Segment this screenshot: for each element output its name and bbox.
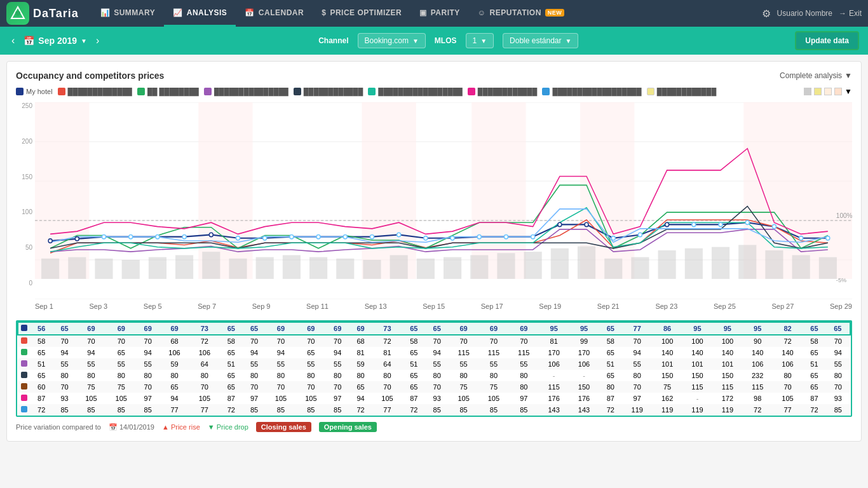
main-content: Occupancy and competitors prices Complet…	[6, 61, 862, 442]
exit-icon: →	[839, 9, 846, 18]
settings-icon[interactable]: ⚙	[762, 8, 771, 20]
nav-price-optimizer[interactable]: $ PRICE OPTIMIZER	[313, 0, 410, 27]
svg-rect-25	[283, 255, 301, 279]
y-label-0: 0	[29, 280, 32, 287]
legend-label-comp1: █████████████	[68, 88, 132, 95]
table-cell: 75	[76, 381, 106, 393]
svg-point-47	[75, 237, 79, 241]
table-cell: 115	[712, 381, 742, 393]
table-cell: 119	[712, 404, 742, 416]
date-display: 📅 Sep 2019 ▼	[24, 36, 87, 46]
table-cell: 80	[509, 381, 539, 393]
table-cell: 55	[622, 358, 652, 370]
svg-point-58	[290, 234, 294, 238]
legend-my-hotel: My hotel	[16, 88, 53, 95]
table-cell: 94	[266, 347, 295, 358]
sub-navigation: ‹ 📅 Sep 2019 ▼ › Channel Booking.com ▼ M…	[0, 27, 868, 55]
legend-color-comp7	[542, 88, 550, 95]
table-cell: 65	[30, 347, 53, 358]
nav-calendar[interactable]: 📅 CALENDAR	[236, 0, 313, 27]
table-cell: 70	[243, 335, 266, 347]
table-cell: 58	[220, 335, 243, 347]
table-row: 5155555555596451555555555964515555555510…	[18, 358, 850, 370]
table-cell: 75	[652, 381, 682, 393]
next-month-button[interactable]: ›	[93, 32, 102, 49]
table-cell: 77	[773, 404, 803, 416]
table-cell: 97	[509, 393, 539, 404]
table-cell: 70	[449, 335, 478, 347]
table-cell: 69	[106, 322, 136, 335]
x-label-sep1: Sep 1	[35, 302, 53, 310]
table-cell: 70	[296, 335, 326, 347]
table-cell: 85	[296, 404, 326, 416]
room-type-dropdown[interactable]: Doble estándar ▼	[503, 33, 578, 48]
table-cell: 87	[402, 393, 425, 404]
x-label-sep23: Sep 23	[655, 302, 677, 310]
logo[interactable]: DaTaria	[6, 2, 79, 25]
table-cell: 60	[30, 381, 53, 393]
table-cell: 65	[220, 322, 243, 335]
table-cell: 55	[326, 358, 349, 370]
table-cell: 93	[426, 393, 449, 404]
table-cell: 87	[220, 393, 243, 404]
row-color-cell	[18, 404, 30, 416]
table-cell: 94	[243, 347, 266, 358]
data-table: 5665696969697365656969696973656569696995…	[16, 320, 852, 417]
table-row: 5665696969697365656969696973656569696995…	[18, 322, 850, 335]
table-cell: 93	[53, 393, 76, 404]
svg-rect-26	[309, 257, 327, 279]
svg-point-50	[585, 222, 588, 226]
table-cell: 64	[189, 358, 219, 370]
mlos-value: 1	[473, 36, 477, 45]
table-cell: 65	[402, 370, 425, 381]
legend-comp5: █████████████████	[368, 88, 463, 95]
nav-parity[interactable]: ▣ PARITY	[410, 0, 469, 27]
table-cell: 70	[136, 381, 159, 393]
svg-point-54	[156, 234, 159, 238]
legend-comp3: ███████████████	[204, 88, 288, 95]
table-cell: 55	[478, 358, 508, 370]
legend-more-button[interactable]: ▼	[844, 87, 852, 96]
table-cell: 70	[296, 381, 326, 393]
svg-rect-29	[390, 255, 408, 279]
summary-label: SUMMARY	[114, 8, 155, 17]
table-cell: 85	[478, 404, 508, 416]
table-cell: 87	[599, 393, 622, 404]
table-cell: 85	[449, 404, 478, 416]
nav-analysis[interactable]: 📈 ANALYSIS	[164, 0, 236, 27]
exit-button[interactable]: → Exit	[839, 9, 862, 18]
table-cell: 72	[189, 335, 219, 347]
svg-point-59	[316, 234, 320, 238]
nav-summary[interactable]: 📊 SUMMARY	[92, 0, 165, 27]
row-color-cell	[18, 358, 30, 370]
legend-color-comp6	[468, 88, 475, 95]
nav-reputation[interactable]: ☺ REPUTATION NEW	[469, 0, 573, 27]
svg-rect-13	[743, 102, 852, 279]
svg-point-62	[397, 233, 401, 236]
prev-month-button[interactable]: ‹	[9, 32, 17, 49]
current-date: Sep 2019	[38, 36, 77, 46]
table-cell: 72	[402, 404, 425, 416]
table-cell: 70	[773, 381, 803, 393]
table-row: 7285858585777772858585857277728585858514…	[18, 404, 850, 416]
table-cell: 80	[509, 370, 539, 381]
svg-rect-31	[444, 257, 461, 279]
table-cell: 77	[622, 322, 652, 335]
table-cell: 65	[402, 347, 425, 358]
channel-dropdown[interactable]: Booking.com ▼	[358, 33, 426, 48]
legend-label-comp6: ████████████	[478, 88, 538, 95]
table-cell: 101	[682, 358, 712, 370]
table-cell: 51	[803, 358, 825, 370]
date-dropdown-icon[interactable]: ▼	[81, 37, 87, 44]
mlos-dropdown[interactable]: 1 ▼	[466, 33, 494, 48]
table-cell: 69	[266, 322, 295, 335]
complete-analysis-button[interactable]: Complete analysis ▼	[780, 71, 852, 80]
svg-point-53	[129, 234, 133, 238]
table-cell: 58	[30, 335, 53, 347]
svg-point-70	[692, 222, 696, 226]
table-cell: 98	[743, 393, 773, 404]
update-data-button[interactable]: Update data	[795, 31, 859, 50]
chart-plot-area: 100%	[35, 102, 852, 311]
table-cell: 65	[599, 347, 622, 358]
table-cell: 94	[53, 347, 76, 358]
